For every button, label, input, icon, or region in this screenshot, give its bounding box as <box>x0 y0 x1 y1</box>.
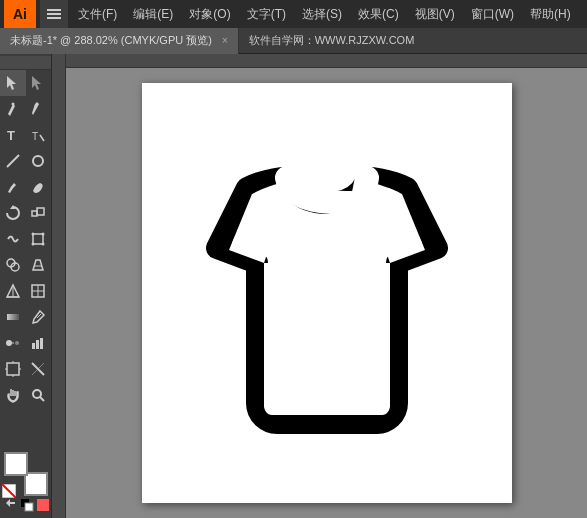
svg-point-17 <box>32 243 35 246</box>
tool-row-11 <box>0 330 51 356</box>
type-tool[interactable]: T <box>0 122 26 148</box>
svg-rect-48 <box>25 503 33 511</box>
shape-builder-tool[interactable] <box>0 252 26 278</box>
svg-text:T: T <box>7 128 15 143</box>
svg-rect-36 <box>7 363 19 375</box>
svg-rect-28 <box>7 314 19 320</box>
menu-file[interactable]: 文件(F) <box>70 0 125 28</box>
tool-row-3: T T <box>0 122 51 148</box>
canvas-document[interactable] <box>142 83 512 503</box>
ruler-left <box>52 54 66 518</box>
menu-text[interactable]: 文字(T) <box>239 0 294 28</box>
color-boxes <box>4 452 48 496</box>
svg-rect-33 <box>32 343 35 349</box>
menu-items: 文件(F) 编辑(E) 对象(O) 文字(T) 选择(S) 效果(C) 视图(V… <box>70 0 583 28</box>
slice-tool[interactable] <box>26 356 52 382</box>
tab-info-label: 软件自学网：WWW.RJZXW.COM <box>239 33 587 48</box>
tshirt-artwork <box>142 83 512 503</box>
tool-row-9 <box>0 278 51 304</box>
menu-object[interactable]: 对象(O) <box>181 0 238 28</box>
tool-row-10 <box>0 304 51 330</box>
touch-type-tool[interactable]: T <box>26 122 52 148</box>
pencil-tool[interactable] <box>26 96 52 122</box>
menu-edit[interactable]: 编辑(E) <box>125 0 181 28</box>
svg-line-9 <box>7 155 19 167</box>
tab-bar: 未标题-1* @ 288.02% (CMYK/GPU 预览) × 软件自学网：W… <box>0 28 587 54</box>
svg-marker-3 <box>7 76 16 90</box>
eyedropper-tool[interactable] <box>26 304 52 330</box>
zoom-tool[interactable] <box>26 382 52 408</box>
svg-point-31 <box>15 341 19 345</box>
svg-text:T: T <box>32 131 38 142</box>
tool-color-area <box>0 448 51 516</box>
color-fill-icon[interactable] <box>36 498 50 512</box>
tool-row-5 <box>0 174 51 200</box>
color-mode-icons <box>4 498 47 512</box>
live-paint-bucket-tool[interactable] <box>26 252 52 278</box>
app-logo: Ai <box>4 0 36 28</box>
blob-brush-tool[interactable] <box>26 174 52 200</box>
perspective-grid-tool[interactable] <box>0 278 26 304</box>
tool-row-4 <box>0 148 51 174</box>
menu-effect[interactable]: 效果(C) <box>350 0 407 28</box>
menu-select[interactable]: 选择(S) <box>294 0 350 28</box>
tool-row-6 <box>0 200 51 226</box>
selection-tool[interactable] <box>0 70 26 96</box>
svg-rect-14 <box>33 234 43 244</box>
menu-help[interactable]: 帮助(H) <box>522 0 579 28</box>
svg-point-15 <box>32 233 35 236</box>
tab-title: 未标题-1* @ 288.02% (CMYK/GPU 预览) <box>10 33 212 48</box>
hand-tool[interactable] <box>0 382 26 408</box>
svg-point-30 <box>6 340 12 346</box>
ruler-top <box>52 54 587 68</box>
menu-window[interactable]: 窗口(W) <box>463 0 522 28</box>
paintbrush-tool[interactable] <box>0 174 26 200</box>
svg-point-10 <box>33 156 43 166</box>
tab-close-button[interactable]: × <box>222 35 228 46</box>
tool-row-8 <box>0 252 51 278</box>
svg-point-43 <box>33 390 41 398</box>
mesh-tool[interactable] <box>26 278 52 304</box>
svg-rect-0 <box>47 9 61 11</box>
svg-rect-2 <box>47 17 61 19</box>
gradient-tool[interactable] <box>0 304 26 330</box>
tool-row-1 <box>0 70 51 96</box>
direct-selection-tool[interactable] <box>26 70 52 96</box>
line-segment-tool[interactable] <box>0 148 26 174</box>
free-transform-tool[interactable] <box>26 226 52 252</box>
scale-tool[interactable] <box>26 200 52 226</box>
svg-rect-1 <box>47 13 61 15</box>
default-colors-icon[interactable] <box>20 498 34 512</box>
toolbar-ruler <box>0 56 51 70</box>
tab-document[interactable]: 未标题-1* @ 288.02% (CMYK/GPU 预览) × <box>0 28 239 54</box>
tool-row-7 <box>0 226 51 252</box>
svg-rect-13 <box>37 208 44 215</box>
swap-colors-icon[interactable] <box>4 498 18 512</box>
warp-tool[interactable] <box>0 226 26 252</box>
svg-rect-49 <box>37 499 49 511</box>
svg-line-8 <box>40 135 44 141</box>
no-color-icon[interactable] <box>2 484 16 498</box>
blend-tool[interactable] <box>0 330 26 356</box>
svg-point-18 <box>42 243 45 246</box>
svg-point-16 <box>42 233 45 236</box>
rotate-tool[interactable] <box>0 200 26 226</box>
canvas-area[interactable] <box>52 54 587 518</box>
main-area: T T <box>0 54 587 518</box>
svg-rect-35 <box>40 338 43 349</box>
tool-row-2 <box>0 96 51 122</box>
svg-line-44 <box>40 397 44 401</box>
svg-point-5 <box>11 103 14 106</box>
toolbar: T T <box>0 54 52 518</box>
svg-rect-34 <box>36 340 39 349</box>
svg-marker-4 <box>32 76 41 90</box>
tool-row-12 <box>0 356 51 382</box>
column-graph-tool[interactable] <box>26 330 52 356</box>
artboard-tool[interactable] <box>0 356 26 382</box>
menu-view[interactable]: 视图(V) <box>407 0 463 28</box>
pen-tool[interactable] <box>0 96 26 122</box>
menu-hamburger-icon[interactable] <box>40 0 68 28</box>
menu-bar: Ai 文件(F) 编辑(E) 对象(O) 文字(T) 选择(S) 效果(C) 视… <box>0 0 587 28</box>
fill-color-box[interactable] <box>4 452 28 476</box>
ellipse-tool[interactable] <box>26 148 52 174</box>
